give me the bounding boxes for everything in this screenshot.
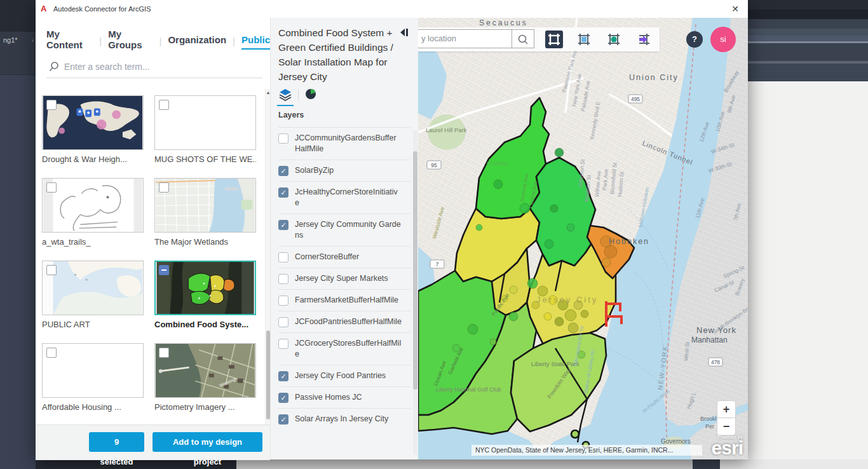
export-tool-button[interactable]: [635, 31, 653, 48]
map-label: Per: [705, 423, 714, 430]
map-search-input[interactable]: y location: [418, 29, 512, 48]
card-checkbox[interactable]: [46, 100, 57, 110]
layer-label: CornerStoreBuffer: [295, 252, 359, 262]
drawing-tab-label[interactable]: ng1*: [3, 36, 18, 44]
search-input[interactable]: Enter a search term...: [46, 58, 262, 78]
layer-row[interactable]: Solar Arrays In Jersey City: [278, 408, 410, 430]
layer-row[interactable]: JCCommunityGardensBufferHalfMile: [278, 127, 410, 160]
tab-legend[interactable]: [304, 88, 318, 102]
selected-count-button[interactable]: 9 selected: [89, 432, 144, 452]
layer-row[interactable]: Jersey City Food Pantries: [278, 365, 410, 386]
tab-layers[interactable]: [278, 88, 292, 102]
layer-row[interactable]: JCGroceryStoresBufferHalfMile: [278, 332, 410, 365]
map-point-marker[interactable]: [604, 245, 617, 258]
zoom-out-button[interactable]: −: [717, 418, 736, 436]
map-point-marker[interactable]: [568, 323, 578, 333]
card-checkbox[interactable]: [46, 182, 57, 193]
zoom-in-button[interactable]: +: [717, 400, 736, 418]
card-checkbox[interactable]: [159, 182, 169, 193]
content-card-pictometry[interactable]: Washingt Pictometry Imagery ...: [154, 343, 256, 412]
content-card-drought[interactable]: Drought & War Heigh...: [42, 95, 144, 164]
card-checkbox[interactable]: [46, 265, 57, 275]
tab-public[interactable]: Public: [241, 34, 270, 48]
card-checkbox[interactable]: [46, 348, 57, 358]
content-card-public-art[interactable]: PUBLIC ART: [42, 261, 144, 329]
content-card-mugshots[interactable]: MUG SHOTS OF THE WE...: [154, 95, 256, 164]
map-point-marker[interactable]: [468, 324, 478, 334]
layer-row[interactable]: Jersey City Community Gardens: [278, 214, 410, 246]
map-viewport[interactable]: 495957478 SecaucusUnion CityHobokenNew Y…: [418, 18, 748, 459]
map-point-marker[interactable]: [581, 310, 588, 318]
map-point-marker[interactable]: [545, 240, 553, 248]
select-rectangle-tool-button[interactable]: [575, 31, 593, 48]
layer-checkbox[interactable]: [278, 296, 288, 306]
map-point-marker[interactable]: [476, 224, 482, 231]
scrollbar-thumb[interactable]: [413, 151, 417, 390]
map-point-marker[interactable]: [490, 339, 496, 345]
content-card-wetlands[interactable]: The Major Wetlands: [154, 178, 256, 247]
tab-my-content[interactable]: My Content: [46, 29, 93, 53]
layer-checkbox-checked[interactable]: [278, 166, 288, 176]
layer-checkbox-checked[interactable]: [278, 187, 288, 198]
map-point-marker[interactable]: [550, 205, 558, 212]
layer-checkbox-checked[interactable]: [278, 220, 288, 230]
dialog-titlebar: A Autodesk Connector for ArcGIS ✕: [36, 0, 748, 18]
layer-label: JCGroceryStoresBufferHalfMile: [295, 338, 402, 360]
content-card-trails[interactable]: a_wta_trails_: [42, 178, 144, 247]
layer-row[interactable]: FarmersMarketBufferHalfMile: [278, 289, 410, 311]
map-point-marker[interactable]: [510, 286, 517, 294]
layer-row[interactable]: CornerStoreBuffer: [278, 246, 410, 268]
card-checkbox[interactable]: [159, 348, 169, 358]
autodesk-logo-icon: A: [41, 4, 46, 13]
content-card-affordable-housing[interactable]: Affordable Housing ...: [42, 343, 144, 412]
user-avatar[interactable]: si: [710, 27, 736, 52]
map-search-button[interactable]: [512, 29, 534, 48]
layer-row[interactable]: JCFoodPantriesBufferHalfMile: [278, 311, 410, 332]
map-tools: [545, 31, 653, 48]
layer-checkbox[interactable]: [278, 274, 288, 284]
route-shield: 7: [430, 260, 444, 268]
content-card-combined-food[interactable]: Combined Food Syste...: [154, 261, 256, 329]
map-point-marker[interactable]: [602, 258, 611, 267]
map-point-marker[interactable]: [565, 309, 576, 321]
map-point-marker[interactable]: [544, 313, 552, 320]
map-point-marker[interactable]: [527, 278, 538, 289]
layer-checkbox[interactable]: [278, 339, 288, 349]
layer-label: FarmersMarketBufferHalfMile: [295, 295, 398, 306]
close-icon[interactable]: ✕: [729, 3, 742, 15]
svg-text:478: 478: [711, 359, 720, 365]
layer-checkbox-checked[interactable]: [278, 393, 288, 403]
map-point-marker[interactable]: [494, 180, 503, 189]
map-label: Manhattan: [691, 336, 728, 344]
layer-label: JcHealthyCornerStoreInitiative: [295, 187, 402, 208]
screen: ng1* › A Autodesk Connector for ArcGIS ✕…: [0, 0, 868, 469]
map-point-marker[interactable]: [509, 312, 518, 321]
layer-checkbox-checked[interactable]: [278, 371, 288, 381]
host-app-drawing-tab[interactable]: ng1* ›: [0, 32, 36, 75]
map-label: Liberty National Golf Club: [436, 386, 501, 393]
tab-my-groups[interactable]: My Groups: [108, 29, 153, 53]
tab-organization[interactable]: Organization: [168, 34, 226, 48]
layer-checkbox[interactable]: [278, 317, 288, 327]
help-button[interactable]: ?: [686, 31, 703, 48]
layer-row[interactable]: Jersey City Super Markets: [278, 268, 410, 289]
map-point-marker[interactable]: [555, 317, 564, 326]
layer-checkbox[interactable]: [278, 252, 288, 262]
layer-row[interactable]: JcHealthyCornerStoreInitiative: [278, 181, 410, 214]
panel-scrollbar[interactable]: [413, 131, 417, 455]
add-to-project-button[interactable]: Add to my design project: [153, 432, 262, 452]
map-point-marker[interactable]: [555, 148, 564, 157]
layer-row[interactable]: Passive Homes JC: [278, 386, 410, 408]
card-label: Affordable Housing ...: [42, 402, 144, 412]
select-polygon-tool-button[interactable]: [605, 31, 623, 48]
collapse-panel-icon[interactable]: [399, 28, 409, 37]
layer-checkbox-checked[interactable]: [278, 414, 288, 425]
layer-row[interactable]: SolarByZip: [278, 160, 410, 181]
extent-tool-button[interactable]: [545, 31, 563, 48]
tab-chevron-icon[interactable]: ›: [31, 36, 34, 44]
layer-checkbox[interactable]: [278, 133, 288, 144]
esri-wordmark: esri: [712, 437, 743, 458]
map-point-marker[interactable]: [567, 224, 574, 231]
card-checkbox-partial[interactable]: [159, 265, 169, 275]
card-checkbox[interactable]: [159, 100, 169, 110]
